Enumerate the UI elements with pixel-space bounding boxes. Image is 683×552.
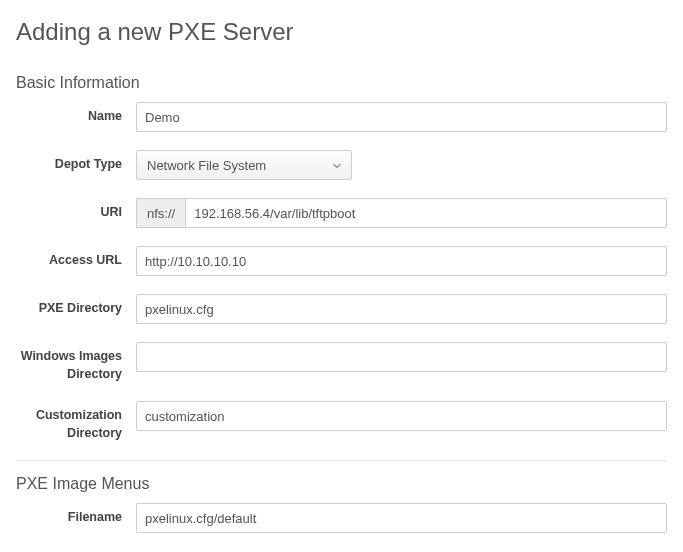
section-basic-info-title: Basic Information bbox=[16, 74, 667, 92]
row-windows-images-directory: Windows Images Directory bbox=[16, 342, 667, 383]
uri-input[interactable] bbox=[185, 198, 667, 228]
label-customization-directory: Customization Directory bbox=[16, 401, 136, 442]
row-access-url: Access URL bbox=[16, 246, 667, 276]
access-url-input[interactable] bbox=[136, 246, 667, 276]
section-pxe-image-menus-title: PXE Image Menus bbox=[16, 475, 667, 493]
row-pxe-directory: PXE Directory bbox=[16, 294, 667, 324]
depot-type-selected-value: Network File System bbox=[147, 158, 266, 173]
chevron-down-icon bbox=[333, 158, 341, 173]
name-input[interactable] bbox=[136, 102, 667, 132]
label-access-url: Access URL bbox=[16, 246, 136, 270]
filename-input[interactable] bbox=[136, 503, 667, 533]
windows-images-directory-input[interactable] bbox=[136, 342, 667, 372]
label-pxe-directory: PXE Directory bbox=[16, 294, 136, 318]
page-title: Adding a new PXE Server bbox=[16, 18, 667, 46]
label-uri: URI bbox=[16, 198, 136, 222]
label-filename: Filename bbox=[16, 503, 136, 527]
row-depot-type: Depot Type Network File System bbox=[16, 150, 667, 180]
pxe-directory-input[interactable] bbox=[136, 294, 667, 324]
row-filename: Filename bbox=[16, 503, 667, 533]
section-divider bbox=[16, 460, 667, 461]
uri-prefix: nfs:// bbox=[136, 198, 185, 228]
label-windows-images-directory: Windows Images Directory bbox=[16, 342, 136, 383]
customization-directory-input[interactable] bbox=[136, 401, 667, 431]
label-name: Name bbox=[16, 102, 136, 126]
row-customization-directory: Customization Directory bbox=[16, 401, 667, 442]
row-uri: URI nfs:// bbox=[16, 198, 667, 228]
depot-type-select[interactable]: Network File System bbox=[136, 150, 352, 180]
label-depot-type: Depot Type bbox=[16, 150, 136, 174]
row-name: Name bbox=[16, 102, 667, 132]
